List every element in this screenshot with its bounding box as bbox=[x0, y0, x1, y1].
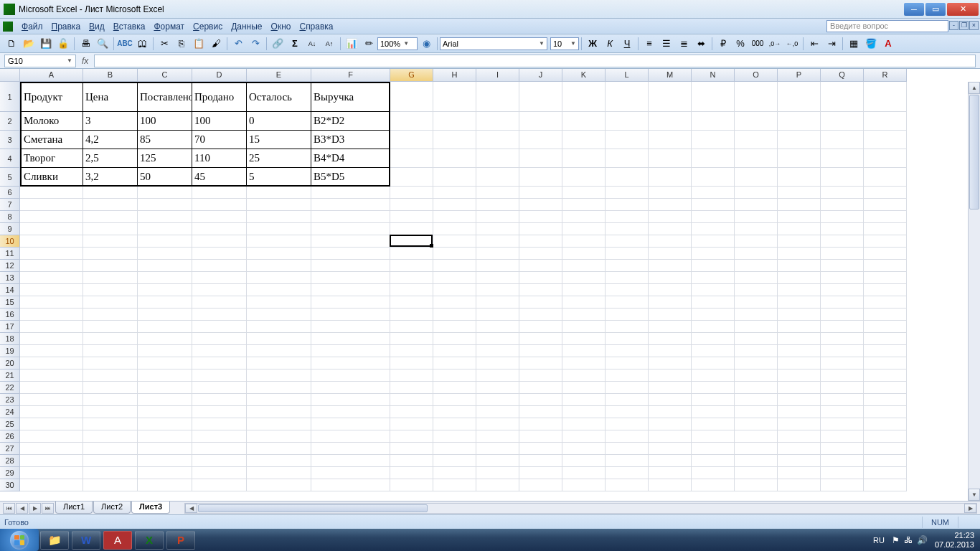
taskbar-powerpoint[interactable]: P bbox=[166, 531, 195, 550]
cell-R13[interactable] bbox=[864, 272, 907, 284]
cell-C30[interactable] bbox=[138, 479, 192, 491]
cell-Q20[interactable] bbox=[821, 357, 864, 369]
row-header-19[interactable]: 19 bbox=[0, 345, 20, 357]
cell-Q14[interactable] bbox=[821, 284, 864, 296]
cell-I2[interactable] bbox=[476, 112, 519, 131]
cell-I10[interactable] bbox=[476, 235, 519, 248]
cell-O5[interactable] bbox=[735, 168, 778, 187]
cell-A9[interactable] bbox=[20, 223, 83, 235]
permission-button[interactable]: 🔓 bbox=[55, 36, 71, 52]
cell-Q30[interactable] bbox=[821, 479, 864, 491]
cell-R8[interactable] bbox=[864, 211, 907, 223]
cell-R14[interactable] bbox=[864, 284, 907, 296]
tab-last-button[interactable]: ⏭ bbox=[42, 503, 54, 514]
print-preview-button[interactable]: 🔍 bbox=[95, 36, 110, 52]
row-header-14[interactable]: 14 bbox=[0, 284, 20, 296]
cell-G12[interactable] bbox=[390, 260, 433, 272]
row-header-5[interactable]: 5 bbox=[0, 168, 20, 187]
cell-N11[interactable] bbox=[692, 248, 735, 260]
cell-P13[interactable] bbox=[778, 272, 821, 284]
cell-N23[interactable] bbox=[692, 394, 735, 406]
cell-F26[interactable] bbox=[311, 430, 390, 443]
cell-I17[interactable] bbox=[476, 321, 519, 333]
tab-prev-button[interactable]: ◀ bbox=[16, 503, 28, 514]
cell-K4[interactable] bbox=[562, 149, 606, 168]
cell-K15[interactable] bbox=[562, 296, 606, 309]
cell-E30[interactable] bbox=[247, 479, 311, 491]
cell-R9[interactable] bbox=[864, 223, 907, 235]
cell-Q8[interactable] bbox=[821, 211, 864, 223]
cell-L2[interactable] bbox=[606, 112, 649, 131]
sort-asc-button[interactable]: A↓ bbox=[304, 36, 320, 52]
cell-I22[interactable] bbox=[476, 382, 519, 394]
cell-M1[interactable] bbox=[649, 82, 692, 112]
row-header-18[interactable]: 18 bbox=[0, 333, 20, 345]
mdi-minimize-button[interactable]: - bbox=[949, 21, 958, 30]
cell-O12[interactable] bbox=[735, 260, 778, 272]
cell-O13[interactable] bbox=[735, 272, 778, 284]
cell-D22[interactable] bbox=[192, 382, 247, 394]
cell-B22[interactable] bbox=[83, 382, 138, 394]
cell-M11[interactable] bbox=[649, 248, 692, 260]
cell-K18[interactable] bbox=[562, 333, 606, 345]
cell-C14[interactable] bbox=[138, 284, 192, 296]
hyperlink-button[interactable]: 🔗 bbox=[270, 36, 286, 52]
row-header-17[interactable]: 17 bbox=[0, 321, 20, 333]
cell-B26[interactable] bbox=[83, 430, 138, 443]
close-button[interactable]: ✕ bbox=[947, 3, 979, 16]
cell-H9[interactable] bbox=[433, 223, 476, 235]
cell-D18[interactable] bbox=[192, 333, 247, 345]
cell-K25[interactable] bbox=[562, 418, 606, 430]
cell-G1[interactable] bbox=[390, 82, 433, 112]
cell-A17[interactable] bbox=[20, 321, 83, 333]
row-header-1[interactable]: 1 bbox=[0, 82, 20, 112]
cell-O11[interactable] bbox=[735, 248, 778, 260]
cell-F25[interactable] bbox=[311, 418, 390, 430]
font-size-select[interactable]: 10▼ bbox=[550, 37, 579, 50]
cell-B15[interactable] bbox=[83, 296, 138, 309]
cell-C5[interactable]: 50 bbox=[138, 168, 192, 187]
cell-P3[interactable] bbox=[778, 131, 821, 149]
cell-I25[interactable] bbox=[476, 418, 519, 430]
menu-вставка[interactable]: Вставка bbox=[109, 20, 150, 33]
cell-A16[interactable] bbox=[20, 309, 83, 321]
cell-F15[interactable] bbox=[311, 296, 390, 309]
cell-G7[interactable] bbox=[390, 199, 433, 211]
cell-F18[interactable] bbox=[311, 333, 390, 345]
cell-L30[interactable] bbox=[606, 479, 649, 491]
cell-Q5[interactable] bbox=[821, 168, 864, 187]
cell-J2[interactable] bbox=[519, 112, 562, 131]
taskbar-clock[interactable]: 21:23 07.02.2013 bbox=[935, 531, 974, 548]
menu-формат[interactable]: Формат bbox=[149, 20, 189, 33]
cell-L22[interactable] bbox=[606, 382, 649, 394]
cell-L3[interactable] bbox=[606, 131, 649, 149]
menu-правка[interactable]: Правка bbox=[47, 20, 85, 33]
cell-J9[interactable] bbox=[519, 223, 562, 235]
cell-R26[interactable] bbox=[864, 430, 907, 443]
cell-O28[interactable] bbox=[735, 455, 778, 467]
language-indicator[interactable]: RU bbox=[873, 536, 885, 545]
cell-I27[interactable] bbox=[476, 443, 519, 455]
col-header-R[interactable]: R bbox=[864, 69, 907, 82]
cell-F17[interactable] bbox=[311, 321, 390, 333]
row-header-26[interactable]: 26 bbox=[0, 430, 20, 443]
cell-I13[interactable] bbox=[476, 272, 519, 284]
cell-H12[interactable] bbox=[433, 260, 476, 272]
cell-M3[interactable] bbox=[649, 131, 692, 149]
cell-D15[interactable] bbox=[192, 296, 247, 309]
cell-N29[interactable] bbox=[692, 467, 735, 479]
cell-G21[interactable] bbox=[390, 369, 433, 382]
cell-L9[interactable] bbox=[606, 223, 649, 235]
cell-A5[interactable]: Сливки bbox=[20, 168, 83, 187]
cell-J25[interactable] bbox=[519, 418, 562, 430]
cell-F11[interactable] bbox=[311, 248, 390, 260]
col-header-B[interactable]: B bbox=[83, 69, 138, 82]
cell-P28[interactable] bbox=[778, 455, 821, 467]
cell-A21[interactable] bbox=[20, 369, 83, 382]
cell-O22[interactable] bbox=[735, 382, 778, 394]
col-header-K[interactable]: K bbox=[562, 69, 606, 82]
cell-G11[interactable] bbox=[390, 248, 433, 260]
cell-O23[interactable] bbox=[735, 394, 778, 406]
col-header-P[interactable]: P bbox=[778, 69, 821, 82]
cell-M16[interactable] bbox=[649, 309, 692, 321]
